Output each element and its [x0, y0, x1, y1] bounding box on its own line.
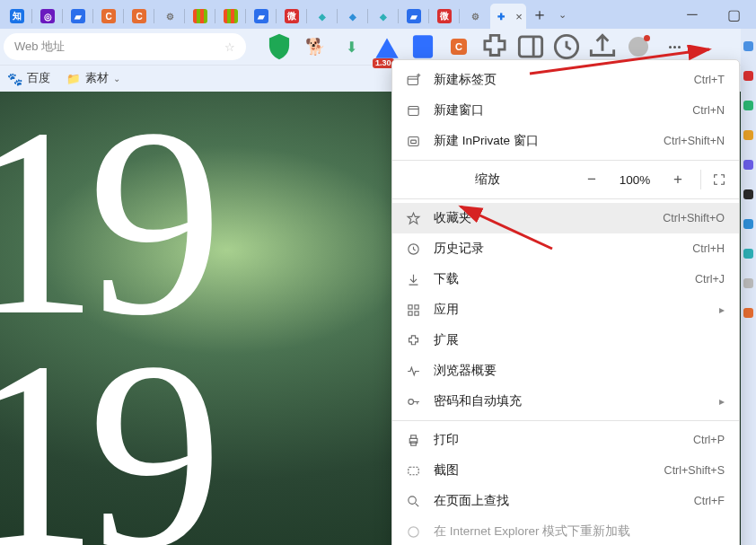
svg-rect-14 — [414, 304, 418, 308]
ext-icon-2[interactable]: ⬇ — [334, 31, 368, 63]
tab-9[interactable]: 微 — [277, 4, 307, 29]
menu-label: 下载 — [434, 271, 682, 287]
shield-icon[interactable] — [262, 31, 296, 63]
menu-new-inprivate[interactable]: 新建 InPrivate 窗口 Ctrl+Shift+N — [392, 126, 739, 156]
sidebar-app-8[interactable] — [743, 249, 753, 259]
tab-active[interactable]: ✚ × — [490, 4, 526, 29]
zoom-out-button[interactable]: − — [578, 171, 605, 189]
tab-12[interactable]: ◆ — [368, 4, 399, 29]
puzzle-icon — [405, 332, 421, 348]
tab-overflow-button[interactable]: ⌄ — [553, 9, 571, 21]
tab-1[interactable]: ◎ — [32, 4, 63, 29]
sidebar-app-1[interactable] — [743, 41, 753, 51]
badge-130: 1.30 — [373, 58, 394, 68]
menu-shortcut: Ctrl+N — [692, 104, 725, 117]
menu-shortcut: Ctrl+J — [695, 273, 725, 286]
menu-performance[interactable]: 浏览器概要 — [392, 356, 739, 386]
maximize-button[interactable]: ▢ — [713, 0, 754, 29]
key-icon — [405, 393, 421, 409]
menu-label: 密码和自动填充 — [434, 393, 707, 409]
svg-rect-20 — [410, 441, 416, 444]
profile-avatar[interactable] — [621, 31, 655, 63]
address-placeholder: Web 地址 — [14, 39, 214, 55]
snip-icon — [405, 462, 421, 479]
tab-2[interactable]: ▰ — [63, 4, 93, 29]
window-icon — [405, 102, 421, 119]
sidebar-app-9[interactable] — [743, 278, 753, 288]
tab-11[interactable]: ◆ — [338, 4, 368, 29]
svg-point-17 — [408, 399, 413, 404]
ext-icon-3[interactable]: 1.30 — [370, 31, 404, 63]
tab-3[interactable]: C — [93, 4, 124, 29]
tab-5[interactable]: ⚙ — [154, 4, 185, 29]
bg-text-bot: 19 — [0, 334, 212, 545]
pulse-icon — [405, 363, 421, 379]
svg-rect-8 — [408, 106, 418, 115]
menu-shortcut: Ctrl+H — [692, 242, 725, 255]
star-icon — [405, 210, 421, 226]
minimize-button[interactable]: ─ — [672, 0, 713, 29]
svg-rect-13 — [408, 304, 411, 308]
sidepanel-icon[interactable] — [514, 31, 548, 63]
sidebar-app-6[interactable] — [743, 189, 753, 199]
menu-label: 收藏夹 — [434, 210, 650, 226]
bookmark-folder[interactable]: 📁 素材 ⌄ — [66, 71, 120, 86]
tab-15[interactable]: ⚙ — [460, 4, 490, 29]
tab-0[interactable]: 知 — [2, 4, 32, 29]
svg-rect-21 — [408, 467, 418, 475]
history-icon[interactable] — [549, 31, 584, 63]
menu-find[interactable]: 在页面上查找 Ctrl+F — [392, 486, 739, 516]
sidebar-app-5[interactable] — [743, 160, 753, 170]
menu-print[interactable]: 打印 Ctrl+P — [392, 425, 739, 455]
history-icon — [405, 241, 421, 257]
ext-icon-4[interactable] — [406, 31, 440, 63]
star-icon[interactable]: ☆ — [224, 40, 235, 54]
menu-extensions[interactable]: 扩展 — [392, 325, 739, 356]
tab-8[interactable]: ▰ — [246, 4, 277, 29]
chevron-down-icon: ⌄ — [113, 74, 120, 84]
new-tab-button[interactable]: ＋ — [526, 4, 553, 25]
tab-7[interactable] — [215, 4, 246, 29]
settings-more-button[interactable] — [657, 31, 691, 63]
tab-4[interactable]: C — [124, 4, 154, 29]
share-icon[interactable] — [585, 31, 620, 63]
close-icon[interactable]: × — [515, 10, 523, 23]
ext-icon-1[interactable]: 🐕 — [298, 31, 332, 63]
menu-label: 应用 — [434, 302, 707, 318]
ext-icon-5[interactable]: C — [442, 31, 476, 63]
sidebar-app-10[interactable] — [743, 308, 753, 318]
menu-apps[interactable]: 应用 ▸ — [392, 294, 739, 325]
menu-label: 在 Internet Explorer 模式下重新加载 — [434, 523, 725, 540]
fullscreen-button[interactable] — [700, 170, 726, 189]
address-bar[interactable]: Web 地址 ☆ — [4, 33, 246, 60]
bookmark-label: 素材 — [85, 71, 109, 86]
zoom-in-button[interactable]: + — [664, 171, 691, 189]
menu-new-window[interactable]: 新建窗口 Ctrl+N — [392, 95, 739, 126]
sidebar-app-7[interactable] — [743, 219, 753, 229]
svg-rect-11 — [410, 140, 416, 144]
svg-rect-0 — [413, 35, 433, 57]
tab-plus-icon — [405, 72, 421, 88]
tab-6[interactable] — [185, 4, 215, 29]
menu-history[interactable]: 历史记录 Ctrl+H — [392, 233, 739, 264]
menu-favorites[interactable]: 收藏夹 Ctrl+Shift+O — [392, 203, 739, 233]
bookmark-baidu[interactable]: 🐾 百度 — [7, 71, 50, 86]
menu-screenshot[interactable]: 截图 Ctrl+Shift+S — [392, 455, 739, 486]
sidebar-app-3[interactable] — [743, 101, 753, 110]
sidebar-app-2[interactable] — [743, 71, 753, 81]
window-controls: ─ ▢ — [672, 0, 754, 29]
menu-label: 在页面上查找 — [434, 493, 681, 509]
paw-icon: 🐾 — [7, 72, 22, 86]
tab-13[interactable]: ▰ — [399, 4, 429, 29]
extensions-icon[interactable] — [478, 31, 512, 63]
sidebar-app-4[interactable] — [743, 130, 753, 140]
menu-new-tab[interactable]: 新建标签页 Ctrl+T — [392, 65, 739, 95]
menu-label: 打印 — [434, 432, 681, 448]
tab-14[interactable]: 微 — [429, 4, 460, 29]
inprivate-icon — [405, 133, 421, 149]
menu-passwords[interactable]: 密码和自动填充 ▸ — [392, 386, 739, 417]
menu-downloads[interactable]: 下载 Ctrl+J — [392, 264, 739, 294]
menu-label: 新建 InPrivate 窗口 — [434, 133, 651, 149]
svg-point-22 — [408, 496, 416, 504]
tab-10[interactable]: ◆ — [307, 4, 338, 29]
